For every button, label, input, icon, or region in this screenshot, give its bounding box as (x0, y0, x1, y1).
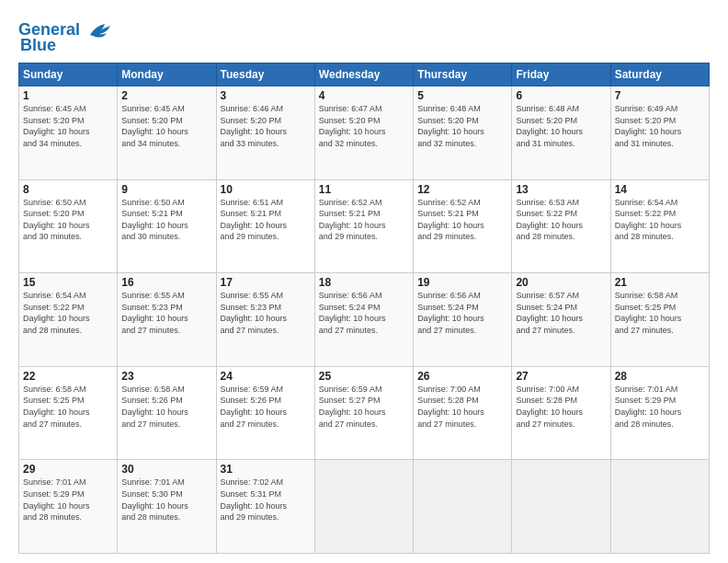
calendar-cell: 12Sunrise: 6:52 AM Sunset: 5:21 PM Dayli… (414, 179, 512, 273)
day-info: Sunrise: 6:54 AM Sunset: 5:22 PM Dayligh… (615, 197, 705, 243)
calendar-cell: 7Sunrise: 6:49 AM Sunset: 5:20 PM Daylig… (610, 86, 709, 180)
calendar-cell: 16Sunrise: 6:55 AM Sunset: 5:23 PM Dayli… (118, 273, 216, 367)
day-info: Sunrise: 6:56 AM Sunset: 5:24 PM Dayligh… (417, 290, 507, 336)
calendar-cell: 28Sunrise: 7:01 AM Sunset: 5:29 PM Dayli… (610, 366, 709, 460)
calendar-cell: 1Sunrise: 6:45 AM Sunset: 5:20 PM Daylig… (19, 86, 118, 180)
day-info: Sunrise: 6:45 AM Sunset: 5:20 PM Dayligh… (121, 103, 211, 149)
header-row: Sunday Monday Tuesday Wednesday Thursday… (19, 63, 710, 86)
day-info: Sunrise: 6:59 AM Sunset: 5:26 PM Dayligh… (221, 384, 311, 430)
day-number: 12 (417, 183, 507, 196)
day-info: Sunrise: 6:59 AM Sunset: 5:27 PM Dayligh… (319, 384, 409, 430)
calendar-cell: 23Sunrise: 6:58 AM Sunset: 5:26 PM Dayli… (118, 366, 216, 460)
calendar-cell: 13Sunrise: 6:53 AM Sunset: 5:22 PM Dayli… (512, 179, 610, 273)
day-number: 24 (221, 370, 311, 383)
day-number: 29 (23, 463, 113, 476)
col-wednesday: Wednesday (314, 63, 413, 86)
calendar-cell: 10Sunrise: 6:51 AM Sunset: 5:21 PM Dayli… (216, 179, 314, 273)
day-number: 26 (417, 370, 507, 383)
day-info: Sunrise: 7:00 AM Sunset: 5:28 PM Dayligh… (516, 384, 606, 430)
col-friday: Friday (512, 63, 610, 86)
day-number: 10 (221, 183, 311, 196)
col-monday: Monday (118, 63, 216, 86)
calendar-cell: 27Sunrise: 7:00 AM Sunset: 5:28 PM Dayli… (512, 366, 610, 460)
calendar-cell (414, 460, 512, 554)
day-info: Sunrise: 6:55 AM Sunset: 5:23 PM Dayligh… (221, 290, 311, 336)
day-info: Sunrise: 6:55 AM Sunset: 5:23 PM Dayligh… (121, 290, 211, 336)
calendar-cell: 9Sunrise: 6:50 AM Sunset: 5:21 PM Daylig… (118, 179, 216, 273)
day-number: 28 (615, 370, 705, 383)
day-info: Sunrise: 6:58 AM Sunset: 5:25 PM Dayligh… (615, 290, 705, 336)
calendar-cell: 19Sunrise: 6:56 AM Sunset: 5:24 PM Dayli… (414, 273, 512, 367)
day-info: Sunrise: 6:49 AM Sunset: 5:20 PM Dayligh… (615, 103, 705, 149)
day-number: 23 (121, 370, 211, 383)
calendar-cell: 17Sunrise: 6:55 AM Sunset: 5:23 PM Dayli… (216, 273, 314, 367)
day-number: 16 (121, 276, 211, 289)
day-info: Sunrise: 7:02 AM Sunset: 5:31 PM Dayligh… (221, 477, 311, 523)
day-info: Sunrise: 6:58 AM Sunset: 5:26 PM Dayligh… (121, 384, 211, 430)
day-number: 9 (121, 183, 211, 196)
day-number: 21 (615, 276, 705, 289)
calendar-cell: 31Sunrise: 7:02 AM Sunset: 5:31 PM Dayli… (216, 460, 314, 554)
calendar-table: Sunday Monday Tuesday Wednesday Thursday… (18, 63, 710, 554)
logo-blue-text: Blue (20, 36, 56, 55)
day-number: 25 (319, 370, 409, 383)
calendar-cell: 29Sunrise: 7:01 AM Sunset: 5:29 PM Dayli… (19, 460, 118, 554)
calendar-cell: 15Sunrise: 6:54 AM Sunset: 5:22 PM Dayli… (19, 273, 118, 367)
day-number: 30 (121, 463, 211, 476)
calendar-cell: 21Sunrise: 6:58 AM Sunset: 5:25 PM Dayli… (610, 273, 709, 367)
day-info: Sunrise: 7:01 AM Sunset: 5:29 PM Dayligh… (615, 384, 705, 430)
day-info: Sunrise: 6:50 AM Sunset: 5:20 PM Dayligh… (23, 197, 113, 243)
day-info: Sunrise: 6:45 AM Sunset: 5:20 PM Dayligh… (23, 103, 113, 149)
day-number: 6 (516, 89, 606, 102)
col-thursday: Thursday (414, 63, 512, 86)
calendar-cell: 14Sunrise: 6:54 AM Sunset: 5:22 PM Dayli… (610, 179, 709, 273)
header: General Blue (18, 17, 710, 55)
calendar-cell: 2Sunrise: 6:45 AM Sunset: 5:20 PM Daylig… (118, 86, 216, 180)
day-number: 1 (23, 89, 113, 102)
day-info: Sunrise: 6:58 AM Sunset: 5:25 PM Dayligh… (23, 384, 113, 430)
calendar-cell: 20Sunrise: 6:57 AM Sunset: 5:24 PM Dayli… (512, 273, 610, 367)
day-number: 7 (615, 89, 705, 102)
calendar-week-4: 22Sunrise: 6:58 AM Sunset: 5:25 PM Dayli… (19, 366, 710, 460)
day-number: 5 (417, 89, 507, 102)
calendar-cell (314, 460, 413, 554)
day-number: 18 (319, 276, 409, 289)
day-number: 22 (23, 370, 113, 383)
calendar-cell (610, 460, 709, 554)
day-info: Sunrise: 6:51 AM Sunset: 5:21 PM Dayligh… (221, 197, 311, 243)
day-number: 4 (319, 89, 409, 102)
day-info: Sunrise: 6:48 AM Sunset: 5:20 PM Dayligh… (417, 103, 507, 149)
calendar-cell: 22Sunrise: 6:58 AM Sunset: 5:25 PM Dayli… (19, 366, 118, 460)
calendar-cell: 30Sunrise: 7:01 AM Sunset: 5:30 PM Dayli… (118, 460, 216, 554)
day-number: 11 (319, 183, 409, 196)
day-number: 15 (23, 276, 113, 289)
day-number: 14 (615, 183, 705, 196)
calendar-week-3: 15Sunrise: 6:54 AM Sunset: 5:22 PM Dayli… (19, 273, 710, 367)
page: General Blue Sunday Monday Tuesday Wedne… (0, 0, 728, 563)
day-info: Sunrise: 6:48 AM Sunset: 5:20 PM Dayligh… (516, 103, 606, 149)
day-info: Sunrise: 6:50 AM Sunset: 5:21 PM Dayligh… (121, 197, 211, 243)
day-number: 20 (516, 276, 606, 289)
day-info: Sunrise: 6:53 AM Sunset: 5:22 PM Dayligh… (516, 197, 606, 243)
day-info: Sunrise: 6:56 AM Sunset: 5:24 PM Dayligh… (319, 290, 409, 336)
day-number: 17 (221, 276, 311, 289)
col-tuesday: Tuesday (216, 63, 314, 86)
day-info: Sunrise: 6:46 AM Sunset: 5:20 PM Dayligh… (221, 103, 311, 149)
calendar-cell: 4Sunrise: 6:47 AM Sunset: 5:20 PM Daylig… (314, 86, 413, 180)
calendar-cell: 3Sunrise: 6:46 AM Sunset: 5:20 PM Daylig… (216, 86, 314, 180)
day-number: 2 (121, 89, 211, 102)
calendar-cell: 11Sunrise: 6:52 AM Sunset: 5:21 PM Dayli… (314, 179, 413, 273)
day-info: Sunrise: 6:57 AM Sunset: 5:24 PM Dayligh… (516, 290, 606, 336)
calendar-week-2: 8Sunrise: 6:50 AM Sunset: 5:20 PM Daylig… (19, 179, 710, 273)
day-info: Sunrise: 6:52 AM Sunset: 5:21 PM Dayligh… (319, 197, 409, 243)
day-info: Sunrise: 7:00 AM Sunset: 5:28 PM Dayligh… (417, 384, 507, 430)
calendar-week-1: 1Sunrise: 6:45 AM Sunset: 5:20 PM Daylig… (19, 86, 710, 180)
day-info: Sunrise: 6:54 AM Sunset: 5:22 PM Dayligh… (23, 290, 113, 336)
day-number: 3 (221, 89, 311, 102)
day-info: Sunrise: 6:47 AM Sunset: 5:20 PM Dayligh… (319, 103, 409, 149)
calendar-cell: 25Sunrise: 6:59 AM Sunset: 5:27 PM Dayli… (314, 366, 413, 460)
col-sunday: Sunday (19, 63, 118, 86)
day-number: 19 (417, 276, 507, 289)
day-number: 31 (221, 463, 311, 476)
col-saturday: Saturday (610, 63, 709, 86)
